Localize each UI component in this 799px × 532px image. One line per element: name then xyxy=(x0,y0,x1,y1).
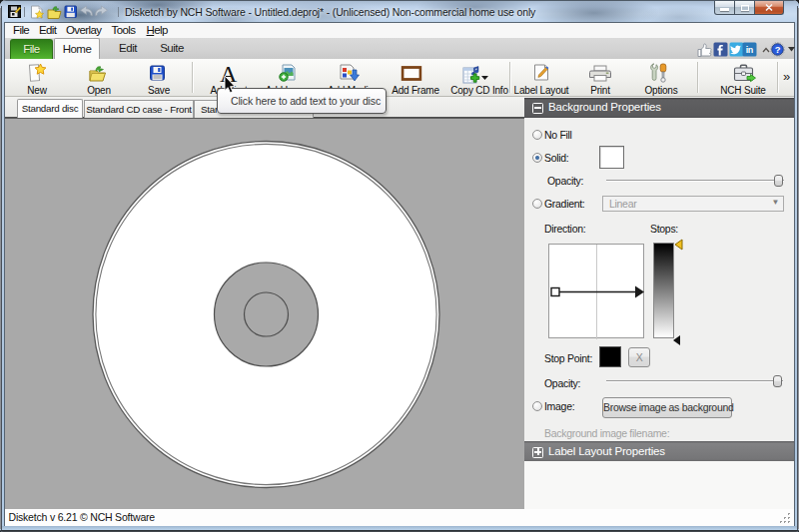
svg-text:?: ? xyxy=(775,44,781,55)
svg-text:in: in xyxy=(746,45,753,55)
